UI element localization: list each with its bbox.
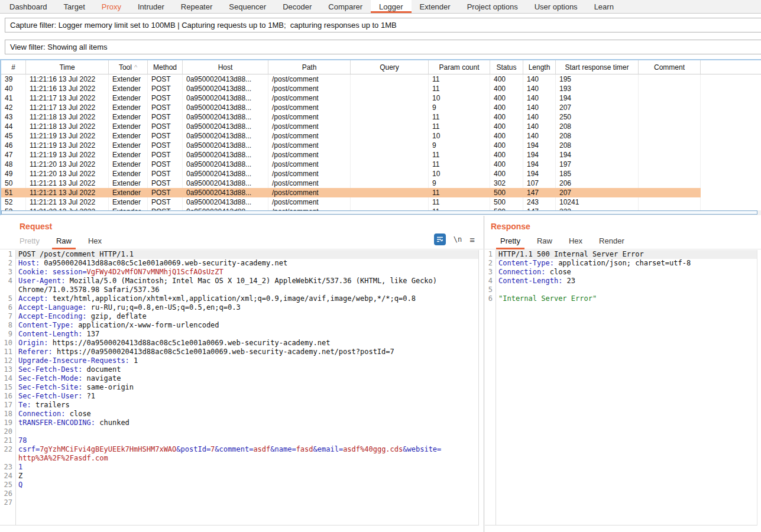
column-header-status[interactable]: Status bbox=[490, 60, 523, 74]
table-row[interactable]: 4311:21:18 13 Jul 2022ExtenderPOST0a9500… bbox=[1, 112, 761, 122]
cell-query bbox=[351, 93, 429, 103]
editor-line: 4User-Agent: Mozilla/5.0 (Macintosh; Int… bbox=[0, 277, 478, 286]
line-text: Sec-Fetch-Site: same-origin bbox=[16, 383, 478, 392]
cell-filler bbox=[701, 93, 761, 103]
column-header-host[interactable]: Host bbox=[183, 60, 268, 74]
line-number: 1 bbox=[485, 250, 496, 259]
table-row[interactable]: 4011:21:16 13 Jul 2022ExtenderPOST0a9500… bbox=[1, 84, 761, 93]
table-row[interactable]: 5011:21:21 13 Jul 2022ExtenderPOST0a9500… bbox=[1, 179, 761, 188]
column-header-#[interactable]: # bbox=[1, 60, 26, 74]
column-header-param-count[interactable]: Param count bbox=[429, 60, 490, 74]
table-row[interactable]: 3911:21:16 13 Jul 2022ExtenderPOST0a9500… bbox=[1, 74, 761, 84]
cell-status: 400 bbox=[490, 169, 523, 179]
line-text: Origin: https://0a9500020413d88ac08c5c1e… bbox=[16, 339, 478, 348]
editor-line: 17Te: trailers bbox=[0, 401, 478, 410]
tab-extender[interactable]: Extender bbox=[412, 0, 459, 13]
tab-target[interactable]: Target bbox=[56, 0, 93, 13]
table-row-selected[interactable]: 5111:21:21 13 Jul 2022ExtenderPOST0a9500… bbox=[1, 188, 761, 197]
column-header-query[interactable]: Query bbox=[351, 60, 429, 74]
cell-tool: Extender bbox=[109, 160, 148, 169]
tab-intruder[interactable]: Intruder bbox=[129, 0, 173, 13]
tab-logger[interactable]: Logger bbox=[371, 0, 411, 13]
tab-learn[interactable]: Learn bbox=[586, 0, 622, 13]
line-number: 10 bbox=[0, 339, 15, 348]
tab-decoder[interactable]: Decoder bbox=[274, 0, 320, 13]
table-row[interactable]: 4411:21:18 13 Jul 2022ExtenderPOST0a9500… bbox=[1, 122, 761, 131]
table-row[interactable]: 4811:21:20 13 Jul 2022ExtenderPOST0a9500… bbox=[1, 160, 761, 169]
table-row[interactable]: 5211:21:21 13 Jul 2022ExtenderPOST0a9500… bbox=[1, 197, 761, 207]
tab-repeater[interactable]: Repeater bbox=[173, 0, 221, 13]
request-tab-raw[interactable]: Raw bbox=[52, 236, 76, 249]
cell-host: 0a9500020413d88... bbox=[183, 122, 268, 131]
column-header-path[interactable]: Path bbox=[268, 60, 351, 74]
burp-logger-window: DashboardTargetProxyIntruderRepeaterSequ… bbox=[0, 0, 761, 532]
cell-tool: Extender bbox=[109, 188, 148, 197]
cell-time: 11:21:19 13 Jul 2022 bbox=[26, 131, 109, 141]
response-tab-hex[interactable]: Hex bbox=[565, 236, 587, 249]
capture-filter-bar[interactable]: Capture filter: Logger memory limit set … bbox=[5, 18, 761, 33]
cell-method: POST bbox=[148, 141, 183, 150]
line-number: 8 bbox=[0, 321, 15, 330]
request-tab-pretty[interactable]: Pretty bbox=[15, 236, 44, 249]
cell-param-count: 11 bbox=[429, 74, 490, 84]
table-row[interactable]: 4611:21:19 13 Jul 2022ExtenderPOST0a9500… bbox=[1, 141, 761, 150]
line-text: Cookie: session=VgFWy4D2vMfON7vMNMhjQ1Sc… bbox=[16, 268, 478, 277]
cell-length: 140 bbox=[523, 93, 556, 103]
log-table-header: #TimeTool^MethodHostPathQueryParam count… bbox=[1, 60, 761, 74]
table-row[interactable]: 4711:21:19 13 Jul 2022ExtenderPOST0a9500… bbox=[1, 150, 761, 160]
cell-path: /post/comment bbox=[268, 160, 351, 169]
editor-menu-icon[interactable]: ≡ bbox=[469, 233, 475, 245]
table-row[interactable]: 4511:21:19 13 Jul 2022ExtenderPOST0a9500… bbox=[1, 131, 761, 141]
request-tab-hex[interactable]: Hex bbox=[84, 236, 106, 249]
wrap-marker-toggle-icon[interactable] bbox=[434, 233, 446, 245]
line-text: Content-Type: application/json; charset=… bbox=[496, 259, 757, 268]
panel-split-divider[interactable] bbox=[484, 216, 484, 532]
line-number bbox=[0, 454, 15, 463]
request-editor[interactable]: 1POST /post/comment HTTP/1.12Host: 0a950… bbox=[0, 250, 479, 525]
table-row[interactable]: 4911:21:20 13 Jul 2022ExtenderPOST0a9500… bbox=[1, 169, 761, 179]
table-row[interactable]: 4111:21:17 13 Jul 2022ExtenderPOST0a9500… bbox=[1, 93, 761, 103]
cell-comment bbox=[639, 131, 701, 141]
column-header-tool[interactable]: Tool^ bbox=[109, 60, 148, 74]
cell-path: /post/comment bbox=[268, 179, 351, 188]
tab-proxy[interactable]: Proxy bbox=[93, 0, 129, 13]
table-horizontal-scrollbar[interactable] bbox=[1, 210, 761, 215]
line-number: 2 bbox=[485, 259, 496, 268]
cell-param-count: 10 bbox=[429, 169, 490, 179]
newline-chars-icon[interactable]: \n bbox=[454, 233, 462, 245]
line-text: 78 bbox=[16, 436, 478, 445]
column-header-start-response-timer[interactable]: Start response timer bbox=[556, 60, 639, 74]
cell-host: 0a9500020413d88... bbox=[183, 131, 268, 141]
cell-host: 0a9500020413d88... bbox=[183, 84, 268, 93]
column-header-method[interactable]: Method bbox=[148, 60, 183, 74]
cell-#: 39 bbox=[1, 74, 26, 84]
cell-length: 194 bbox=[523, 169, 556, 179]
column-header-comment[interactable]: Comment bbox=[639, 60, 701, 74]
line-text: Content-Length: 137 bbox=[16, 330, 478, 339]
response-editor[interactable]: 1HTTP/1.1 500 Internal Server Error2Cont… bbox=[485, 250, 757, 525]
tab-sequencer[interactable]: Sequencer bbox=[221, 0, 274, 13]
cell-host: 0a9500020413d88... bbox=[183, 141, 268, 150]
cell-time: 11:21:17 13 Jul 2022 bbox=[26, 93, 109, 103]
cell-filler bbox=[701, 150, 761, 160]
response-tab-pretty[interactable]: Pretty bbox=[496, 236, 524, 249]
editor-line: 3Connection: close bbox=[485, 268, 757, 277]
table-row[interactable]: 4211:21:17 13 Jul 2022ExtenderPOST0a9500… bbox=[1, 103, 761, 112]
editor-line: 26 bbox=[0, 489, 478, 498]
view-filter-bar[interactable]: View filter: Showing all items bbox=[5, 40, 761, 54]
tab-user-options[interactable]: User options bbox=[526, 0, 586, 13]
cell-status: 400 bbox=[490, 141, 523, 150]
column-header-time[interactable]: Time bbox=[26, 60, 109, 74]
tab-project-options[interactable]: Project options bbox=[459, 0, 526, 13]
response-tab-raw[interactable]: Raw bbox=[533, 236, 556, 249]
cell-query bbox=[351, 112, 429, 122]
response-tab-render[interactable]: Render bbox=[595, 236, 629, 249]
tab-dashboard[interactable]: Dashboard bbox=[1, 0, 56, 13]
editor-line: 3Cookie: session=VgFWy4D2vMfON7vMNMhjQ1S… bbox=[0, 268, 478, 277]
tab-comparer[interactable]: Comparer bbox=[320, 0, 371, 13]
scrollbar-thumb[interactable] bbox=[1, 210, 757, 215]
editor-line: 2178 bbox=[0, 436, 478, 445]
cell-comment bbox=[639, 169, 701, 179]
column-header-length[interactable]: Length bbox=[523, 60, 556, 74]
line-number: 5 bbox=[485, 286, 496, 294]
